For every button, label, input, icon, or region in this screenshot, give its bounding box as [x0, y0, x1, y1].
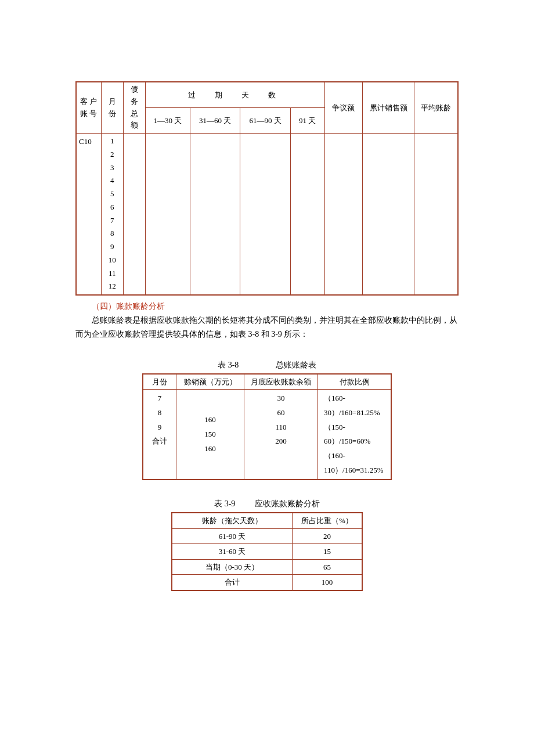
table3-caption-right: 应收账款账龄分析: [255, 499, 320, 508]
th-31-60: 31—60 天: [190, 108, 240, 134]
t2-months: 7 8 9 合计: [143, 390, 176, 480]
th-month: 月 份: [101, 82, 123, 134]
th-t2-balance: 月底应收账款余额: [244, 374, 318, 390]
th-overdue-days: 过 期 天 数: [145, 82, 324, 108]
th-cumulative-sales: 累计销售额: [363, 82, 414, 134]
t3-weight-2: 65: [293, 559, 363, 575]
table-row: 当期（0-30 天） 65: [172, 559, 362, 575]
th-t2-credit: 赊销额（万元）: [176, 374, 244, 390]
table-row: 31-60 天 15: [172, 544, 362, 560]
th-t2-month: 月份: [143, 374, 176, 390]
cell-empty: [414, 134, 458, 296]
th-customer-no: 客 户 账 号: [76, 82, 101, 134]
t3-weight-0: 20: [293, 528, 363, 544]
cell-empty: [190, 134, 240, 296]
cell-empty: [324, 134, 363, 296]
th-t3-weight: 所占比重（%）: [293, 513, 363, 528]
table3-caption: 表 3-9 应收账款账龄分析: [75, 498, 459, 510]
overdue-days-table: 客 户 账 号 月 份 债 务 总 额 过 期 天 数 争议额 累计销售额 平均…: [75, 81, 459, 296]
t2-balance: 30 60 110 200: [244, 390, 318, 480]
t3-age-3: 合计: [172, 575, 293, 591]
th-dispute: 争议额: [324, 82, 363, 134]
th-t3-age: 账龄（拖欠天数）: [172, 513, 293, 528]
t3-weight-1: 15: [293, 544, 363, 560]
cell-empty: [145, 134, 190, 296]
ar-aging-analysis-table: 账龄（拖欠天数） 所占比重（%） 61-90 天 20 31-60 天 15 当…: [171, 512, 363, 591]
ledger-aging-table: 月份 赊销额（万元） 月底应收账款余额 付款比例 7 8 9 合计 160 15…: [142, 373, 392, 481]
cell-customer-id: C10: [76, 134, 101, 296]
table-row: 61-90 天 20: [172, 528, 362, 544]
th-61-90: 61—90 天: [240, 108, 290, 134]
cell-empty: [363, 134, 414, 296]
cell-empty: [123, 134, 145, 296]
t3-age-0: 61-90 天: [172, 528, 293, 544]
para-1: 总账账龄表是根据应收账款拖欠期的长短将其分成不同的类别，并注明其在全部应收账款中…: [75, 314, 459, 341]
cell-empty: [240, 134, 290, 296]
table2-caption-right: 总账账龄表: [276, 361, 316, 369]
cell-empty: [290, 134, 324, 296]
th-t2-ratio: 付款比例: [318, 374, 392, 390]
t3-age-2: 当期（0-30 天）: [172, 559, 293, 575]
table3-caption-left: 表 3-9: [214, 498, 235, 510]
th-1-30: 1—30 天: [145, 108, 190, 134]
th-91: 91 天: [290, 108, 324, 134]
th-avg-age: 平均账龄: [414, 82, 458, 134]
t2-ratio: （160-30）/160=81.25% （150-60）/150=60% （16…: [318, 390, 392, 480]
t3-weight-3: 100: [293, 575, 363, 591]
th-debt-total: 债 务 总 额: [123, 82, 145, 134]
t3-age-1: 31-60 天: [172, 544, 293, 560]
t2-credit: 160 150 160: [176, 390, 244, 480]
table-row: 合计 100: [172, 575, 362, 591]
cell-months-list: 1 2 3 4 5 6 7 8 9 10 11 12: [101, 134, 123, 296]
table2-caption: 表 3-8 总账账龄表: [75, 359, 459, 371]
table2-caption-left: 表 3-8: [218, 359, 239, 371]
section-4-title: （四）账款账龄分析: [75, 300, 459, 312]
